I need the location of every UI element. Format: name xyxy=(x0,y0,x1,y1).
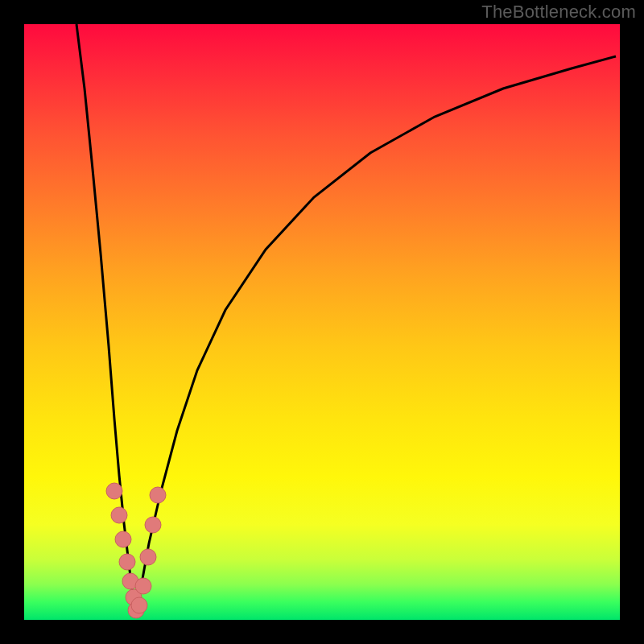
marker-dot xyxy=(115,531,131,547)
marker-group xyxy=(106,483,166,618)
marker-dot xyxy=(140,549,156,565)
marker-dot xyxy=(135,578,151,594)
chart-svg xyxy=(24,24,620,620)
outer-frame: TheBottleneck.com xyxy=(0,0,644,644)
plot-area xyxy=(24,24,620,620)
watermark-text: TheBottleneck.com xyxy=(481,2,636,23)
curve-right-branch xyxy=(135,56,616,616)
marker-dot xyxy=(119,554,135,570)
marker-dot xyxy=(150,487,166,503)
marker-dot xyxy=(145,517,161,533)
curve-left-branch xyxy=(76,24,135,616)
marker-dot xyxy=(131,597,147,613)
marker-dot xyxy=(106,483,122,499)
marker-dot xyxy=(111,507,127,523)
